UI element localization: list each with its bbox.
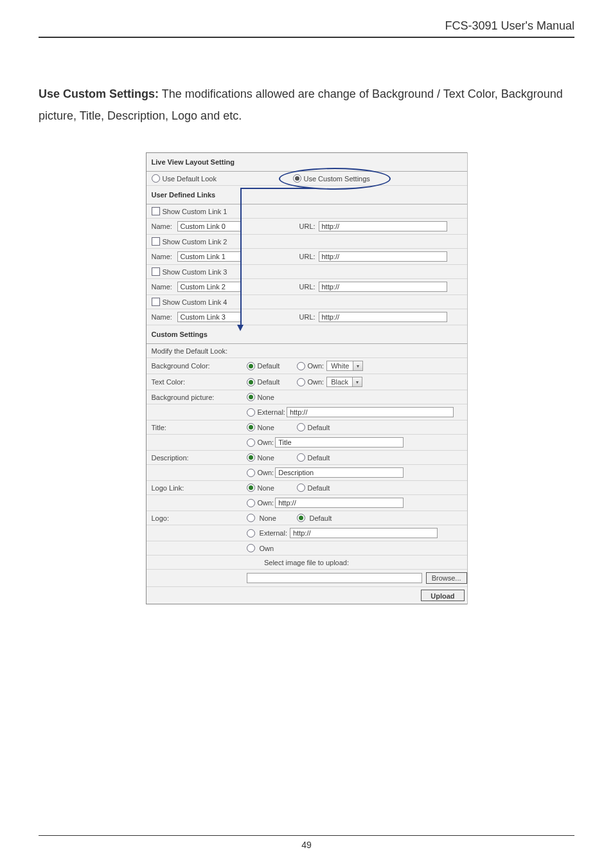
link2-name-label: Name: <box>152 253 177 260</box>
bgcolor-select[interactable]: White ▾ <box>326 361 363 371</box>
bgcolor-own: Own: <box>308 362 324 370</box>
logo-external-input[interactable]: http:// <box>290 528 438 538</box>
layout-heading: Live View Layout Setting <box>147 153 467 172</box>
link2-name-input[interactable]: Custom Link 1 <box>177 251 242 262</box>
checkbox-show-link-4[interactable] <box>152 298 160 306</box>
checkbox-show-link-1[interactable] <box>152 207 160 215</box>
link3-name-input[interactable]: Custom Link 2 <box>177 282 242 292</box>
browse-button[interactable]: Browse... <box>426 572 467 584</box>
textcolor-select[interactable]: Black ▾ <box>326 377 362 387</box>
page-number: 49 <box>301 840 312 850</box>
desc-default: Default <box>308 454 330 462</box>
show-link-2-label: Show Custom Link 2 <box>163 238 227 246</box>
desc-own: Own: <box>258 469 274 476</box>
logolink-own: Own: <box>258 499 274 507</box>
desc-label: Description: <box>152 454 247 462</box>
manual-title: FCS-3091 User's Manual <box>445 19 574 32</box>
link4-url-input[interactable]: http:// <box>319 312 447 322</box>
link1-name-input[interactable]: Custom Link 0 <box>177 221 242 231</box>
bgcolor-value: White <box>331 362 349 370</box>
radio-logolink-none[interactable] <box>247 484 255 492</box>
radio-logolink-default[interactable] <box>297 484 305 492</box>
link1-name-label: Name: <box>152 222 177 230</box>
desc-none: None <box>258 454 274 462</box>
upload-path-input[interactable] <box>247 573 422 583</box>
textcolor-label: Text Color: <box>152 378 247 386</box>
custom-heading: Custom Settings <box>147 325 467 344</box>
links-heading: User Defined Links <box>147 186 467 204</box>
logolink-own-input[interactable]: http:// <box>275 498 404 508</box>
logolink-default: Default <box>308 484 330 492</box>
radio-bgpic-external[interactable] <box>247 408 255 417</box>
textcolor-default: Default <box>258 378 280 386</box>
radio-logo-none[interactable] <box>247 514 255 522</box>
link4-url-label: URL: <box>299 313 319 321</box>
logo-own: Own <box>260 545 274 552</box>
radio-logo-own[interactable] <box>247 544 255 552</box>
radio-desc-own[interactable] <box>247 469 255 477</box>
title-own-input[interactable]: Title <box>275 437 404 448</box>
link3-url-label: URL: <box>299 283 319 291</box>
desc-own-input[interactable]: Description <box>275 467 404 478</box>
radio-bgcolor-own[interactable] <box>297 362 305 370</box>
radio-logo-default[interactable] <box>297 514 305 522</box>
checkbox-show-link-2[interactable] <box>152 237 160 246</box>
logolink-label: Logo Link: <box>152 484 247 492</box>
radio-use-custom[interactable] <box>293 174 301 183</box>
radio-title-own[interactable] <box>247 439 255 447</box>
title-label: Title: <box>152 424 247 431</box>
show-link-1-label: Show Custom Link 1 <box>163 208 227 215</box>
radio-textcolor-own[interactable] <box>297 378 305 386</box>
link4-name-label: Name: <box>152 313 177 321</box>
radio-desc-none[interactable] <box>247 453 255 462</box>
textcolor-own: Own: <box>308 378 324 386</box>
link2-url-label: URL: <box>299 253 319 260</box>
link3-url-input[interactable]: http:// <box>319 282 447 292</box>
title-own: Own: <box>258 439 274 446</box>
page-footer: 49 <box>39 835 574 850</box>
use-custom-label: Use Custom Settings <box>304 175 370 183</box>
bgpic-label: Background picture: <box>152 393 247 401</box>
select-image-label: Select image file to upload: <box>264 559 349 566</box>
radio-title-none[interactable] <box>247 423 255 431</box>
bgcolor-default: Default <box>258 362 280 370</box>
radio-title-default[interactable] <box>297 423 305 431</box>
show-link-3-label: Show Custom Link 3 <box>163 268 227 276</box>
chevron-down-icon: ▾ <box>353 361 362 370</box>
bgpic-external: External: <box>258 408 285 416</box>
bgpic-external-input[interactable]: http:// <box>287 407 454 417</box>
radio-bgcolor-default[interactable] <box>247 362 255 370</box>
chevron-down-icon: ▾ <box>352 377 362 386</box>
radio-use-default[interactable] <box>152 174 160 183</box>
settings-panel: Live View Layout Setting Use Default Loo… <box>146 152 467 604</box>
link3-name-label: Name: <box>152 283 177 291</box>
bgpic-none: None <box>258 393 274 401</box>
link2-url-input[interactable]: http:// <box>319 251 447 262</box>
page-header: FCS-3091 User's Manual <box>39 19 574 38</box>
upload-button[interactable]: Upload <box>421 590 464 601</box>
use-default-label: Use Default Look <box>163 175 217 183</box>
radio-textcolor-default[interactable] <box>247 378 255 386</box>
bgcolor-label: Background Color: <box>152 362 247 370</box>
logolink-none: None <box>258 484 274 492</box>
checkbox-show-link-3[interactable] <box>152 267 160 276</box>
title-none: None <box>258 424 274 431</box>
intro-lead: Use Custom Settings: <box>39 87 159 100</box>
title-default: Default <box>308 424 330 431</box>
logo-default: Default <box>310 514 332 522</box>
radio-bgpic-none[interactable] <box>247 393 255 401</box>
link4-name-input[interactable]: Custom Link 3 <box>177 312 242 322</box>
radio-logo-external[interactable] <box>247 529 255 538</box>
radio-logolink-own[interactable] <box>247 499 255 507</box>
textcolor-value: Black <box>331 378 348 386</box>
logo-external: External: <box>260 529 287 537</box>
show-link-4-label: Show Custom Link 4 <box>163 298 227 306</box>
radio-desc-default[interactable] <box>297 453 305 462</box>
logo-none: None <box>260 514 276 522</box>
modify-label: Modify the Default Look: <box>152 347 228 355</box>
link1-url-input[interactable]: http:// <box>319 221 447 231</box>
logo-label: Logo: <box>152 514 247 522</box>
link1-url-label: URL: <box>299 222 319 230</box>
intro-paragraph: Use Custom Settings: The modifications a… <box>39 83 574 127</box>
